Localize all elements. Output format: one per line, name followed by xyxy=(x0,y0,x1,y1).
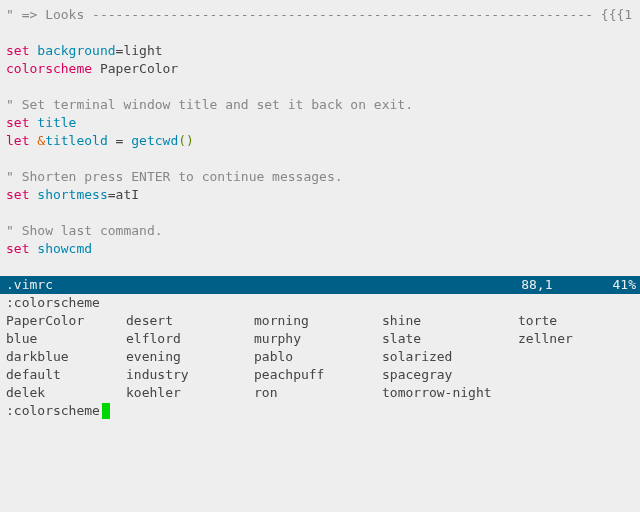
command-line[interactable]: :colorscheme xyxy=(0,402,640,420)
status-position: 88,1 xyxy=(521,276,612,294)
completion-item[interactable]: pablo xyxy=(254,348,382,366)
code-line: set title xyxy=(6,114,634,132)
completion-item[interactable]: tomorrow-night xyxy=(382,384,518,402)
completion-header: :colorscheme xyxy=(6,294,634,312)
completion-item[interactable]: default xyxy=(6,366,126,384)
completion-item xyxy=(518,384,634,402)
code-line xyxy=(6,24,634,42)
code-line xyxy=(6,204,634,222)
completion-item[interactable]: spacegray xyxy=(382,366,518,384)
code-line: " Show last command. xyxy=(6,222,634,240)
code-line: " => Looks -----------------------------… xyxy=(6,6,634,24)
completion-item[interactable]: slate xyxy=(382,330,518,348)
completion-popup: :colorscheme PaperColordesertmorningshin… xyxy=(0,294,640,402)
command-line-text: :colorscheme xyxy=(6,402,100,420)
completion-item[interactable]: murphy xyxy=(254,330,382,348)
completion-item[interactable]: industry xyxy=(126,366,254,384)
completion-item[interactable]: elflord xyxy=(126,330,254,348)
completion-item[interactable]: koehler xyxy=(126,384,254,402)
completion-item[interactable]: morning xyxy=(254,312,382,330)
completion-item[interactable]: desert xyxy=(126,312,254,330)
completion-item[interactable]: solarized xyxy=(382,348,518,366)
completion-item[interactable]: darkblue xyxy=(6,348,126,366)
editor-pane[interactable]: " => Looks -----------------------------… xyxy=(0,0,640,276)
code-line: " Set terminal window title and set it b… xyxy=(6,96,634,114)
completion-item[interactable]: blue xyxy=(6,330,126,348)
completion-grid[interactable]: PaperColordesertmorningshinetorteblueelf… xyxy=(6,312,634,402)
completion-item[interactable]: peachpuff xyxy=(254,366,382,384)
completion-item[interactable]: PaperColor xyxy=(6,312,126,330)
code-line: let &titleold = getcwd() xyxy=(6,132,634,150)
completion-item xyxy=(518,366,634,384)
code-line: set shortmess=atI xyxy=(6,186,634,204)
code-line xyxy=(6,150,634,168)
completion-item[interactable]: torte xyxy=(518,312,634,330)
code-line: colorscheme PaperColor xyxy=(6,60,634,78)
completion-item[interactable]: ron xyxy=(254,384,382,402)
status-bar: .vimrc 88,1 41% xyxy=(0,276,640,294)
code-line: " Shorten press ENTER to continue messag… xyxy=(6,168,634,186)
code-line: set background=light xyxy=(6,42,634,60)
completion-item xyxy=(518,348,634,366)
completion-item[interactable]: shine xyxy=(382,312,518,330)
code-line xyxy=(6,78,634,96)
status-percent: 41% xyxy=(613,276,636,294)
completion-item[interactable]: zellner xyxy=(518,330,634,348)
cursor xyxy=(102,403,110,419)
completion-item[interactable]: delek xyxy=(6,384,126,402)
code-line xyxy=(6,258,634,276)
code-line: set showcmd xyxy=(6,240,634,258)
completion-item[interactable]: evening xyxy=(126,348,254,366)
status-filename: .vimrc xyxy=(6,276,53,294)
